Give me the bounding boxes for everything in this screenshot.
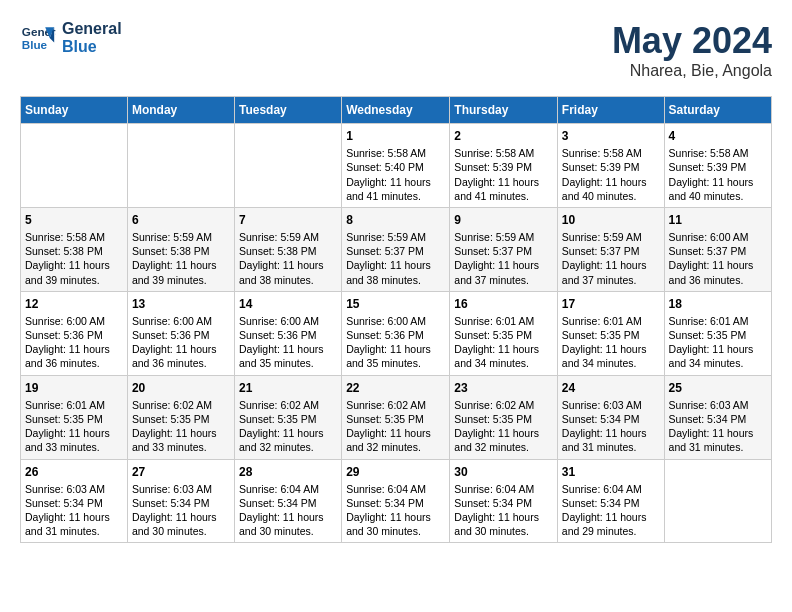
day-number: 22 [346, 380, 445, 396]
weekday-header: Tuesday [234, 97, 341, 124]
calendar-cell: 25Sunrise: 6:03 AM Sunset: 5:34 PM Dayli… [664, 375, 771, 459]
day-number: 28 [239, 464, 337, 480]
day-info: Sunrise: 5:59 AM Sunset: 5:38 PM Dayligh… [132, 230, 230, 287]
day-number: 19 [25, 380, 123, 396]
calendar-cell: 11Sunrise: 6:00 AM Sunset: 5:37 PM Dayli… [664, 207, 771, 291]
day-number: 24 [562, 380, 660, 396]
calendar-week-row: 19Sunrise: 6:01 AM Sunset: 5:35 PM Dayli… [21, 375, 772, 459]
weekday-header: Saturday [664, 97, 771, 124]
day-number: 10 [562, 212, 660, 228]
day-number: 27 [132, 464, 230, 480]
calendar-cell: 20Sunrise: 6:02 AM Sunset: 5:35 PM Dayli… [127, 375, 234, 459]
calendar-cell: 31Sunrise: 6:04 AM Sunset: 5:34 PM Dayli… [557, 459, 664, 543]
title-block: May 2024 Nharea, Bie, Angola [612, 20, 772, 80]
day-info: Sunrise: 5:59 AM Sunset: 5:38 PM Dayligh… [239, 230, 337, 287]
day-number: 25 [669, 380, 767, 396]
day-info: Sunrise: 6:01 AM Sunset: 5:35 PM Dayligh… [454, 314, 553, 371]
calendar-cell: 23Sunrise: 6:02 AM Sunset: 5:35 PM Dayli… [450, 375, 558, 459]
calendar-cell [127, 124, 234, 208]
calendar-cell [234, 124, 341, 208]
calendar-week-row: 5Sunrise: 5:58 AM Sunset: 5:38 PM Daylig… [21, 207, 772, 291]
day-info: Sunrise: 6:04 AM Sunset: 5:34 PM Dayligh… [239, 482, 337, 539]
calendar-cell: 9Sunrise: 5:59 AM Sunset: 5:37 PM Daylig… [450, 207, 558, 291]
calendar-cell: 16Sunrise: 6:01 AM Sunset: 5:35 PM Dayli… [450, 291, 558, 375]
day-number: 11 [669, 212, 767, 228]
day-info: Sunrise: 6:01 AM Sunset: 5:35 PM Dayligh… [25, 398, 123, 455]
day-number: 17 [562, 296, 660, 312]
day-info: Sunrise: 6:00 AM Sunset: 5:37 PM Dayligh… [669, 230, 767, 287]
day-info: Sunrise: 5:58 AM Sunset: 5:39 PM Dayligh… [454, 146, 553, 203]
day-info: Sunrise: 6:03 AM Sunset: 5:34 PM Dayligh… [669, 398, 767, 455]
logo: General Blue General Blue [20, 20, 122, 56]
calendar-cell: 30Sunrise: 6:04 AM Sunset: 5:34 PM Dayli… [450, 459, 558, 543]
calendar-cell: 27Sunrise: 6:03 AM Sunset: 5:34 PM Dayli… [127, 459, 234, 543]
calendar-cell: 2Sunrise: 5:58 AM Sunset: 5:39 PM Daylig… [450, 124, 558, 208]
calendar-cell: 29Sunrise: 6:04 AM Sunset: 5:34 PM Dayli… [342, 459, 450, 543]
day-number: 15 [346, 296, 445, 312]
day-number: 21 [239, 380, 337, 396]
day-info: Sunrise: 5:59 AM Sunset: 5:37 PM Dayligh… [562, 230, 660, 287]
calendar-cell: 12Sunrise: 6:00 AM Sunset: 5:36 PM Dayli… [21, 291, 128, 375]
day-number: 1 [346, 128, 445, 144]
day-info: Sunrise: 6:02 AM Sunset: 5:35 PM Dayligh… [239, 398, 337, 455]
calendar-cell: 3Sunrise: 5:58 AM Sunset: 5:39 PM Daylig… [557, 124, 664, 208]
weekday-header: Friday [557, 97, 664, 124]
day-info: Sunrise: 6:00 AM Sunset: 5:36 PM Dayligh… [25, 314, 123, 371]
svg-text:Blue: Blue [22, 38, 48, 51]
calendar-cell: 6Sunrise: 5:59 AM Sunset: 5:38 PM Daylig… [127, 207, 234, 291]
calendar-cell: 4Sunrise: 5:58 AM Sunset: 5:39 PM Daylig… [664, 124, 771, 208]
calendar-cell [21, 124, 128, 208]
calendar-cell: 1Sunrise: 5:58 AM Sunset: 5:40 PM Daylig… [342, 124, 450, 208]
calendar-cell: 19Sunrise: 6:01 AM Sunset: 5:35 PM Dayli… [21, 375, 128, 459]
day-number: 6 [132, 212, 230, 228]
day-info: Sunrise: 5:58 AM Sunset: 5:39 PM Dayligh… [669, 146, 767, 203]
day-info: Sunrise: 6:00 AM Sunset: 5:36 PM Dayligh… [239, 314, 337, 371]
day-number: 2 [454, 128, 553, 144]
calendar-cell: 10Sunrise: 5:59 AM Sunset: 5:37 PM Dayli… [557, 207, 664, 291]
day-info: Sunrise: 5:58 AM Sunset: 5:38 PM Dayligh… [25, 230, 123, 287]
day-number: 12 [25, 296, 123, 312]
day-info: Sunrise: 6:04 AM Sunset: 5:34 PM Dayligh… [562, 482, 660, 539]
calendar-cell: 8Sunrise: 5:59 AM Sunset: 5:37 PM Daylig… [342, 207, 450, 291]
calendar-cell: 5Sunrise: 5:58 AM Sunset: 5:38 PM Daylig… [21, 207, 128, 291]
logo-general: General [62, 20, 122, 38]
day-info: Sunrise: 6:03 AM Sunset: 5:34 PM Dayligh… [132, 482, 230, 539]
day-info: Sunrise: 6:03 AM Sunset: 5:34 PM Dayligh… [25, 482, 123, 539]
day-info: Sunrise: 5:59 AM Sunset: 5:37 PM Dayligh… [454, 230, 553, 287]
day-number: 3 [562, 128, 660, 144]
day-info: Sunrise: 6:02 AM Sunset: 5:35 PM Dayligh… [346, 398, 445, 455]
day-number: 8 [346, 212, 445, 228]
calendar-table: SundayMondayTuesdayWednesdayThursdayFrid… [20, 96, 772, 543]
day-number: 9 [454, 212, 553, 228]
calendar-header-row: SundayMondayTuesdayWednesdayThursdayFrid… [21, 97, 772, 124]
day-number: 23 [454, 380, 553, 396]
weekday-header: Monday [127, 97, 234, 124]
logo-icon: General Blue [20, 20, 56, 56]
calendar-cell: 21Sunrise: 6:02 AM Sunset: 5:35 PM Dayli… [234, 375, 341, 459]
day-number: 20 [132, 380, 230, 396]
location-title: Nharea, Bie, Angola [612, 62, 772, 80]
calendar-cell: 26Sunrise: 6:03 AM Sunset: 5:34 PM Dayli… [21, 459, 128, 543]
calendar-cell: 14Sunrise: 6:00 AM Sunset: 5:36 PM Dayli… [234, 291, 341, 375]
day-number: 31 [562, 464, 660, 480]
weekday-header: Thursday [450, 97, 558, 124]
calendar-cell: 24Sunrise: 6:03 AM Sunset: 5:34 PM Dayli… [557, 375, 664, 459]
day-info: Sunrise: 6:02 AM Sunset: 5:35 PM Dayligh… [132, 398, 230, 455]
day-info: Sunrise: 5:58 AM Sunset: 5:39 PM Dayligh… [562, 146, 660, 203]
calendar-week-row: 26Sunrise: 6:03 AM Sunset: 5:34 PM Dayli… [21, 459, 772, 543]
calendar-cell: 13Sunrise: 6:00 AM Sunset: 5:36 PM Dayli… [127, 291, 234, 375]
calendar-week-row: 12Sunrise: 6:00 AM Sunset: 5:36 PM Dayli… [21, 291, 772, 375]
day-number: 14 [239, 296, 337, 312]
day-number: 16 [454, 296, 553, 312]
day-info: Sunrise: 6:04 AM Sunset: 5:34 PM Dayligh… [454, 482, 553, 539]
weekday-header: Wednesday [342, 97, 450, 124]
day-info: Sunrise: 6:00 AM Sunset: 5:36 PM Dayligh… [346, 314, 445, 371]
day-number: 5 [25, 212, 123, 228]
page-header: General Blue General Blue May 2024 Nhare… [20, 20, 772, 80]
day-number: 13 [132, 296, 230, 312]
month-title: May 2024 [612, 20, 772, 62]
day-info: Sunrise: 6:03 AM Sunset: 5:34 PM Dayligh… [562, 398, 660, 455]
calendar-cell: 17Sunrise: 6:01 AM Sunset: 5:35 PM Dayli… [557, 291, 664, 375]
weekday-header: Sunday [21, 97, 128, 124]
calendar-cell: 22Sunrise: 6:02 AM Sunset: 5:35 PM Dayli… [342, 375, 450, 459]
